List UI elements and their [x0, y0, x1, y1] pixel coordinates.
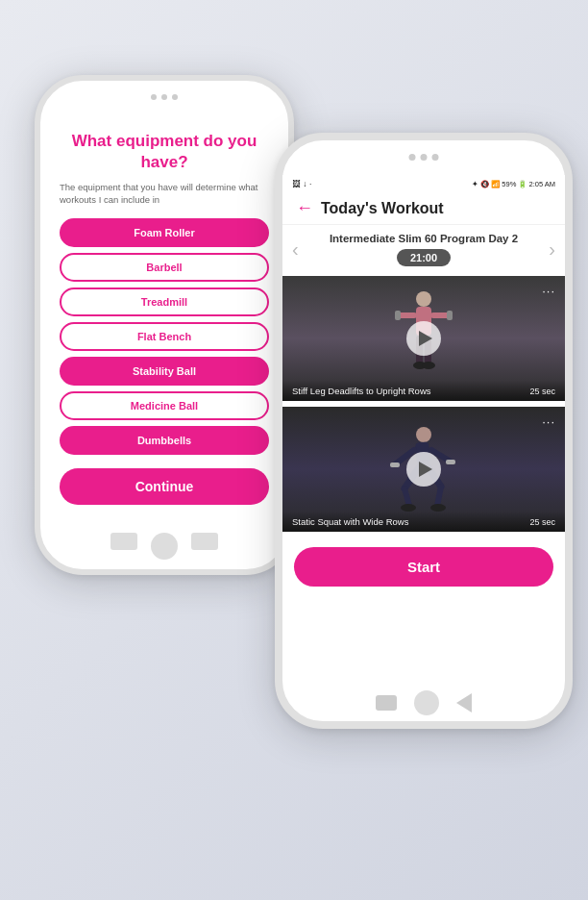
exercise-duration-1: 25 sec: [529, 387, 555, 396]
equip-dumbbells[interactable]: Dumbbells: [60, 426, 269, 455]
back-button[interactable]: ←: [296, 198, 313, 218]
start-button[interactable]: Start: [294, 547, 553, 587]
exercise-card-1: ··· Stiff Leg Deadlifts to Upright Rows …: [282, 276, 565, 401]
equip-foam-roller[interactable]: Foam Roller: [60, 218, 269, 247]
exercise-name-2: Static Squat with Wide Rows: [292, 516, 408, 527]
svg-rect-4: [395, 311, 401, 320]
front-phone-screen: 🖼 ↓ · ✦ 🔇 📶 59% 🔋 2:05 AM ← Today's Work…: [282, 175, 565, 677]
svg-rect-14: [390, 462, 400, 467]
equip-medicine-ball[interactable]: Medicine Ball: [60, 391, 269, 420]
workout-timer: 21:00: [397, 249, 451, 266]
play-button-1[interactable]: [406, 321, 441, 356]
svg-point-9: [422, 362, 435, 369]
back-phone: What equipment do you have? The equipmen…: [35, 75, 294, 575]
svg-line-19: [437, 487, 441, 506]
equipment-list: Foam Roller Barbell Treadmill Flat Bench…: [60, 218, 269, 455]
exercise-overlay-1: Stiff Leg Deadlifts to Upright Rows 25 s…: [282, 381, 565, 401]
next-workout-button[interactable]: ›: [549, 238, 555, 261]
workout-info: Intermediate Slim 60 Program Day 2 21:00: [306, 233, 542, 266]
continue-button[interactable]: Continue: [60, 468, 269, 505]
svg-point-20: [401, 504, 416, 512]
svg-rect-15: [446, 460, 455, 464]
exercise-duration-2: 25 sec: [529, 517, 555, 527]
page-title: Today's Workout: [321, 200, 444, 217]
exercise-name-1: Stiff Leg Deadlifts to Upright Rows: [292, 386, 431, 396]
equip-treadmill[interactable]: Treadmill: [60, 288, 269, 316]
status-bar: 🖼 ↓ · ✦ 🔇 📶 59% 🔋 2:05 AM: [282, 175, 565, 190]
prev-workout-button[interactable]: ‹: [292, 238, 299, 261]
svg-point-0: [416, 291, 431, 307]
exercise-overlay-2: Static Squat with Wide Rows 25 sec: [282, 512, 565, 532]
exercise-card-2: ··· Static Squat with Wide Rows 25 sec: [282, 407, 565, 532]
play-button-2[interactable]: [406, 452, 441, 487]
svg-point-10: [416, 427, 431, 442]
workout-name: Intermediate Slim 60 Program Day 2: [306, 233, 542, 244]
play-icon-2: [419, 462, 432, 477]
workout-nav: ‹ Intermediate Slim 60 Program Day 2 21:…: [282, 225, 565, 270]
play-icon-1: [419, 331, 432, 346]
options-button-2[interactable]: ···: [542, 414, 555, 429]
status-right-text: ✦ 🔇 📶 59% 🔋 2:05 AM: [472, 180, 555, 188]
svg-point-21: [430, 504, 446, 512]
workout-header: ← Today's Workout: [282, 190, 565, 225]
equip-flat-bench[interactable]: Flat Bench: [60, 322, 269, 351]
status-left-icons: 🖼 ↓ ·: [292, 179, 311, 188]
equipment-subtitle: The equipment that you have will determi…: [60, 181, 269, 207]
options-button-1[interactable]: ···: [542, 284, 555, 298]
equip-stability-ball[interactable]: Stability Ball: [60, 357, 269, 386]
equipment-title: What equipment do you have?: [60, 131, 269, 173]
svg-line-18: [404, 488, 409, 506]
equip-barbell[interactable]: Barbell: [60, 253, 269, 282]
front-phone: 🖼 ↓ · ✦ 🔇 📶 59% 🔋 2:05 AM ← Today's Work…: [275, 133, 573, 729]
svg-rect-5: [447, 311, 453, 320]
back-phone-screen: What equipment do you have? The equipmen…: [46, 115, 282, 527]
